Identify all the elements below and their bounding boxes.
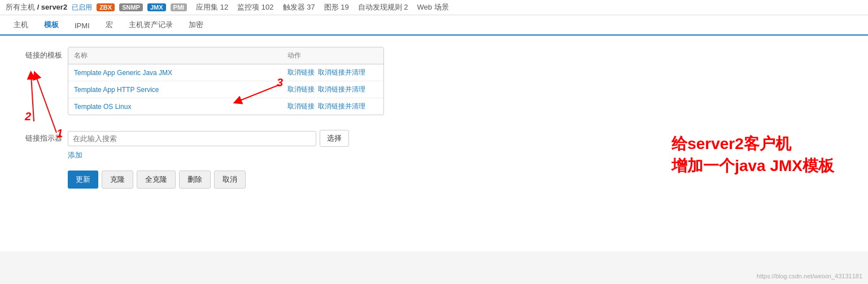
tab-host[interactable]: 主机: [6, 15, 36, 36]
update-button[interactable]: 更新: [68, 171, 98, 189]
nav-triggers[interactable]: 触发器 37: [283, 2, 315, 12]
col-action-header: 动作: [287, 51, 378, 60]
badge-snmp: SNMP: [119, 3, 143, 11]
link-indicator-label: 链接指示器: [11, 130, 62, 160]
template-table-header: 名称 动作: [68, 47, 383, 64]
nav-monitor-items[interactable]: 监控项 102: [237, 2, 273, 12]
linked-templates-control: 名称 动作 Template App Generic Java JMX 取消链接…: [68, 47, 857, 115]
col-name-header: 名称: [74, 51, 287, 60]
badge-pmi: PMI: [171, 3, 187, 11]
gray-bg: [0, 251, 868, 284]
status-enabled: 已启用: [72, 3, 92, 12]
badge-jmx: JMX: [147, 3, 166, 11]
tab-asset[interactable]: 主机资产记录: [121, 15, 181, 36]
full-clone-button[interactable]: 全克隆: [137, 171, 176, 189]
template-table: 名称 动作 Template App Generic Java JMX 取消链接…: [68, 47, 384, 115]
top-nav-links: 应用集 12 监控项 102 触发器 37 图形 19 自动发现规则 2 Web…: [196, 2, 449, 12]
breadcrumb-host: server2: [41, 3, 67, 11]
comment-box: 给server2客户机 增加一个java JMX模板: [671, 133, 834, 177]
nav-app-set[interactable]: 应用集 12: [196, 2, 228, 12]
nav-web-scenarios[interactable]: Web 场景: [417, 2, 449, 12]
comment-line1: 给server2客户机: [671, 133, 834, 155]
comment-line2: 增加一个java JMX模板: [671, 155, 834, 177]
template-link-0[interactable]: Template App Generic Java JMX: [74, 69, 172, 77]
tab-template[interactable]: 模板: [36, 15, 67, 36]
unlink-clear-1[interactable]: 取消链接并清理: [318, 85, 365, 94]
watermark: https://blog.csdn.net/weixin_43131181: [757, 273, 862, 279]
breadcrumb-all-hosts[interactable]: 所有主机: [6, 3, 35, 11]
top-nav: 所有主机 / server2 已启用 ZBX SNMP JMX PMI 应用集 …: [0, 0, 868, 15]
delete-button[interactable]: 删除: [179, 171, 211, 189]
unlink-0[interactable]: 取消链接: [287, 68, 315, 77]
table-row: Template OS Linux 取消链接 取消链接并清理: [68, 98, 383, 115]
cancel-button[interactable]: 取消: [214, 171, 246, 189]
table-row: Template App Generic Java JMX 取消链接 取消链接并…: [68, 64, 383, 81]
tab-macro[interactable]: 宏: [98, 15, 121, 36]
unlink-1[interactable]: 取消链接: [287, 85, 315, 94]
nav-graphs[interactable]: 图形 19: [324, 2, 349, 12]
linked-templates-section: 链接的模板 名称 动作 Template App Generic Java JM…: [0, 42, 868, 120]
unlink-clear-0[interactable]: 取消链接并清理: [318, 68, 365, 77]
tab-nav: 主机 模板 IPMI 宏 主机资产记录 加密: [0, 15, 868, 36]
nav-discovery-rules[interactable]: 自动发现规则 2: [358, 2, 408, 12]
select-button[interactable]: 选择: [320, 130, 349, 147]
tab-encryption[interactable]: 加密: [181, 15, 211, 36]
clone-button[interactable]: 克隆: [102, 171, 133, 189]
unlink-clear-2[interactable]: 取消链接并清理: [318, 102, 365, 111]
table-row: Template App HTTP Service 取消链接 取消链接并清理: [68, 81, 383, 98]
unlink-2[interactable]: 取消链接: [287, 102, 315, 111]
linked-templates-label: 链接的模板: [11, 47, 62, 115]
badge-zbx: ZBX: [97, 3, 115, 11]
tab-ipmi[interactable]: IPMI: [67, 17, 98, 36]
search-input[interactable]: [68, 131, 316, 146]
template-link-1[interactable]: Template App HTTP Service: [74, 86, 159, 94]
template-link-2[interactable]: Template OS Linux: [74, 103, 131, 111]
breadcrumb: 所有主机 / server2: [6, 2, 67, 12]
add-link[interactable]: 添加: [68, 151, 82, 159]
